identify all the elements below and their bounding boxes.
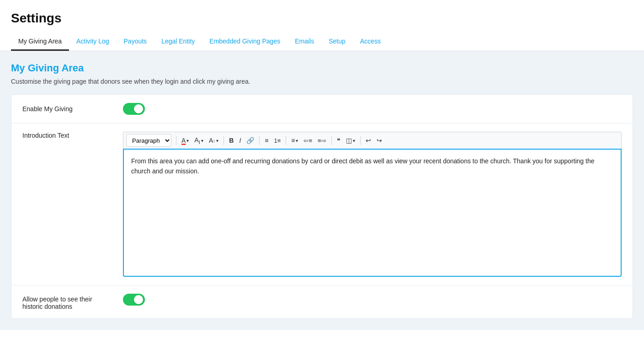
align-chevron: ▾ [296,138,298,143]
allow-historic-toggle[interactable] [123,294,145,306]
indent-button[interactable]: ≡⇨ [315,134,329,147]
font-case-chevron: ▾ [216,138,218,143]
section-title: My Giving Area [11,62,633,74]
toolbar-divider-2 [224,136,224,145]
introduction-text-row: Introduction Text Paragraph A ▾ AI ▾ A↑ [11,124,633,285]
font-color-chevron: ▾ [186,138,189,143]
indent-icon: ≡⇨ [318,137,326,144]
link-icon: 🔗 [246,137,254,144]
bullet-list-icon: ≡ [265,137,268,144]
tab-legal-entity[interactable]: Legal Entity [154,33,202,51]
editor-toolbar: Paragraph A ▾ AI ▾ A↑ ▾ [123,132,622,149]
tab-emails[interactable]: Emails [287,33,321,51]
italic-button[interactable]: I [237,134,243,147]
enable-my-giving-toggle-wrap [123,103,145,115]
content-area: My Giving Area Customise the giving page… [0,51,644,330]
tab-payouts[interactable]: Payouts [117,33,154,51]
allow-historic-toggle-slider [123,294,145,306]
redo-button[interactable]: ↪ [374,134,384,147]
table-button[interactable]: ◫ ▾ [344,134,357,147]
toolbar-divider-1 [176,136,176,145]
redo-icon: ↪ [377,137,382,144]
numbered-list-button[interactable]: 1≡ [271,134,283,147]
tab-setup[interactable]: Setup [321,33,353,51]
toggle-slider [123,103,145,115]
toolbar-divider-3 [259,136,260,145]
table-chevron: ▾ [353,138,355,143]
font-size-icon: AI [194,136,200,145]
bold-button[interactable]: B [227,134,236,147]
font-case-icon: A↑ [209,137,215,144]
toolbar-divider-4 [286,136,286,145]
italic-icon: I [239,137,241,144]
font-size-button[interactable]: AI ▾ [192,134,206,147]
enable-my-giving-label: Enable My Giving [22,105,123,113]
enable-my-giving-toggle[interactable] [123,103,145,115]
align-icon: ≡ [291,137,295,144]
link-button[interactable]: 🔗 [244,134,256,147]
section-subtitle: Customise the giving page that donors se… [11,78,633,85]
font-case-button[interactable]: A↑ ▾ [207,134,221,147]
font-color-icon: A [181,137,186,144]
numbered-list-icon: 1≡ [274,137,281,144]
table-icon: ◫ [346,137,352,144]
allow-historic-label: Allow people to see theirhistoric donati… [22,294,123,310]
toolbar-divider-6 [360,136,361,145]
undo-icon: ↩ [366,137,371,144]
paragraph-select[interactable]: Paragraph [126,134,171,147]
font-size-chevron: ▾ [201,138,203,143]
tab-embedded-giving-pages[interactable]: Embedded Giving Pages [202,33,287,51]
font-color-button[interactable]: A ▾ [179,134,191,147]
bullet-list-button[interactable]: ≡ [262,134,271,147]
allow-historic-row: Allow people to see theirhistoric donati… [11,285,633,318]
introduction-text-label: Introduction Text [22,132,123,139]
editor-body[interactable]: From this area you can add one-off and r… [123,149,622,277]
enable-my-giving-row: Enable My Giving [11,95,633,124]
toolbar-divider-5 [331,136,332,145]
outdent-icon: ⇦≡ [303,137,312,144]
settings-card: Enable My Giving Introduction Text Parag… [11,94,633,319]
blockquote-button[interactable]: ❝ [335,134,343,147]
tab-access[interactable]: Access [353,33,388,51]
tab-my-giving-area[interactable]: My Giving Area [11,33,69,51]
outdent-button[interactable]: ⇦≡ [301,134,314,147]
blockquote-icon: ❝ [337,137,341,144]
align-button[interactable]: ≡ ▾ [289,134,300,147]
page-title: Settings [0,0,644,33]
editor-wrap: Paragraph A ▾ AI ▾ A↑ ▾ [123,132,622,277]
tab-activity-log[interactable]: Activity Log [69,33,117,51]
tabs-nav: My Giving Area Activity Log Payouts Lega… [0,33,644,51]
undo-button[interactable]: ↩ [363,134,373,147]
allow-historic-toggle-wrap [123,294,145,306]
bold-icon: B [229,137,234,144]
